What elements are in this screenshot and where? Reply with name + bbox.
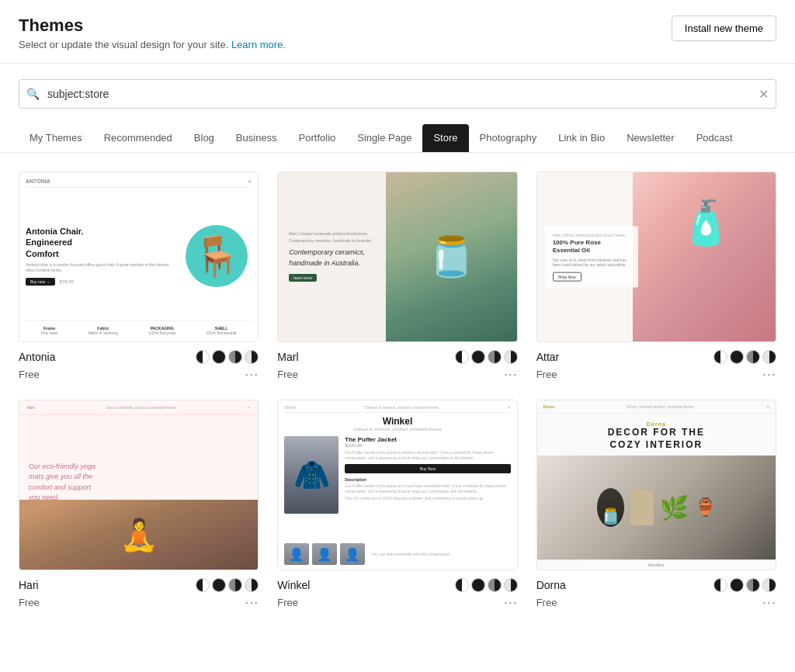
theme-price-hari: Free (19, 597, 40, 608)
theme-footer-antonia: Free ··· (19, 367, 259, 381)
color-dot-2[interactable] (730, 350, 744, 364)
theme-name-winkel: Winkel (277, 579, 310, 591)
theme-footer-winkel: Free ··· (277, 595, 517, 609)
theme-footer-hari: Free ··· (19, 595, 259, 609)
color-dot-2[interactable] (471, 578, 485, 592)
search-icon: 🔍 (26, 88, 40, 100)
color-dot-3[interactable] (488, 350, 502, 364)
theme-preview-dorna[interactable]: Dorna Ethnic minimal product centered th… (536, 400, 776, 570)
more-options-button-attar[interactable]: ··· (762, 367, 776, 381)
color-dot-1[interactable] (455, 350, 469, 364)
tab-newsletter[interactable]: Newsletter (616, 124, 685, 153)
tab-blog[interactable]: Blog (183, 124, 225, 153)
color-variants-hari (196, 578, 259, 592)
more-options-button-marl[interactable]: ··· (504, 367, 518, 381)
theme-preview-winkel[interactable]: Winkel Default & minimal, product center… (277, 400, 517, 570)
color-dot-1[interactable] (196, 350, 210, 364)
color-dot-3[interactable] (228, 578, 242, 592)
tabs-nav: My ThemesRecommendedBlogBusinessPortfoli… (0, 124, 795, 153)
theme-card-attar: Attar | Ethnic minimal product brand hom… (536, 171, 776, 381)
more-options-button-winkel[interactable]: ··· (504, 595, 518, 609)
theme-info-antonia: Antonia (19, 342, 259, 367)
color-variants-marl (455, 350, 518, 364)
color-dot-4[interactable] (245, 350, 259, 364)
more-options-button-dorna[interactable]: ··· (762, 595, 776, 609)
theme-card-marl: Marl | Unique handmade product brand hom… (277, 171, 517, 381)
color-variants-antonia (196, 350, 259, 364)
tab-my-themes[interactable]: My Themes (19, 124, 93, 153)
color-dot-2[interactable] (212, 578, 226, 592)
color-dot-4[interactable] (504, 350, 518, 364)
theme-card-dorna: Dorna Ethnic minimal product centered th… (536, 400, 776, 609)
color-dot-3[interactable] (746, 578, 760, 592)
search-bar: 🔍 ✕ (19, 79, 776, 109)
color-dot-4[interactable] (762, 578, 776, 592)
color-dot-3[interactable] (228, 350, 242, 364)
themes-grid: ANTONIA ✕ Antonia Chair.EngineeredComfor… (0, 153, 795, 628)
color-dot-3[interactable] (746, 350, 760, 364)
theme-preview-marl[interactable]: Marl | Unique handmade product brand hom… (277, 171, 517, 342)
color-dot-3[interactable] (488, 578, 502, 592)
color-dot-4[interactable] (762, 350, 776, 364)
page-header: Themes Select or update the visual desig… (0, 0, 795, 64)
tab-business[interactable]: Business (225, 124, 288, 153)
theme-preview-attar[interactable]: Attar | Ethnic minimal product brand hom… (536, 171, 776, 342)
color-variants-winkel (455, 578, 518, 592)
tab-portfolio[interactable]: Portfolio (288, 124, 347, 153)
theme-card-antonia: ANTONIA ✕ Antonia Chair.EngineeredComfor… (19, 171, 259, 381)
header-subtitle: Select or update the visual design for y… (19, 39, 286, 50)
theme-name-attar: Attar (536, 351, 560, 363)
learn-more-link[interactable]: Learn more. (231, 39, 286, 50)
theme-preview-antonia[interactable]: ANTONIA ✕ Antonia Chair.EngineeredComfor… (19, 171, 259, 342)
theme-price-dorna: Free (536, 597, 557, 608)
theme-name-dorna: Dorna (536, 579, 566, 591)
theme-price-attar: Free (536, 369, 557, 380)
more-options-button-antonia[interactable]: ··· (245, 367, 259, 381)
theme-name-marl: Marl (277, 351, 298, 363)
theme-info-winkel: Winkel (277, 570, 517, 595)
tab-podcast[interactable]: Podcast (686, 124, 744, 153)
clear-search-icon[interactable]: ✕ (759, 87, 769, 102)
color-dot-2[interactable] (471, 350, 485, 364)
tab-single-page[interactable]: Single Page (346, 124, 422, 153)
theme-info-marl: Marl (277, 342, 517, 367)
theme-info-attar: Attar (536, 342, 776, 367)
theme-info-hari: Hari (19, 570, 259, 595)
tab-store[interactable]: Store (422, 124, 468, 153)
color-dot-2[interactable] (730, 578, 744, 592)
theme-card-winkel: Winkel Default & minimal, product center… (277, 400, 517, 609)
tab-recommended[interactable]: Recommended (93, 124, 183, 153)
theme-price-marl: Free (277, 369, 298, 380)
tab-photography[interactable]: Photography (469, 124, 548, 153)
color-dot-1[interactable] (196, 578, 210, 592)
color-variants-dorna (713, 578, 776, 592)
search-input[interactable] (19, 79, 776, 109)
theme-price-winkel: Free (277, 597, 298, 608)
tab-link-in-bio[interactable]: Link in Bio (547, 124, 616, 153)
theme-name-hari: Hari (19, 579, 39, 591)
theme-card-hari: Hari Our eco-friendly, product centered … (19, 400, 259, 609)
color-dot-1[interactable] (713, 350, 727, 364)
theme-footer-marl: Free ··· (277, 367, 517, 381)
color-dot-1[interactable] (713, 578, 727, 592)
color-dot-1[interactable] (455, 578, 469, 592)
theme-footer-dorna: Free ··· (536, 595, 776, 609)
theme-price-antonia: Free (19, 369, 40, 380)
color-variants-attar (713, 350, 776, 364)
color-dot-4[interactable] (245, 578, 259, 592)
page-title: Themes (19, 16, 286, 36)
more-options-button-hari[interactable]: ··· (245, 595, 259, 609)
theme-footer-attar: Free ··· (536, 367, 776, 381)
theme-name-antonia: Antonia (19, 351, 55, 363)
header-left: Themes Select or update the visual desig… (19, 16, 286, 50)
color-dot-4[interactable] (504, 578, 518, 592)
theme-preview-hari[interactable]: Hari Our eco-friendly, product centered … (19, 400, 259, 570)
install-theme-button[interactable]: Install new theme (672, 16, 776, 41)
theme-info-dorna: Dorna (536, 570, 776, 595)
color-dot-2[interactable] (212, 350, 226, 364)
